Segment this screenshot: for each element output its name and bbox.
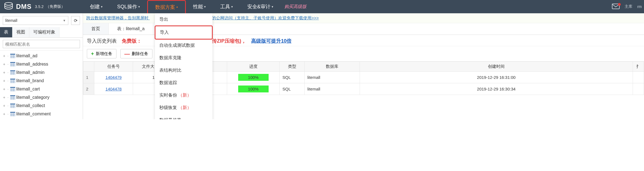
dropdown-item[interactable]: 表结构对比 xyxy=(155,64,212,77)
chevron-down-icon: ▾ xyxy=(204,5,206,9)
task-link[interactable]: 1404478 xyxy=(105,87,121,91)
dropdown-item[interactable]: 导出 xyxy=(155,13,212,26)
nav-performance[interactable]: 性能▾ xyxy=(186,0,213,13)
col-created[interactable]: 创建时间 xyxy=(360,62,633,72)
table-filter-input[interactable] xyxy=(3,40,80,48)
col-task-id[interactable]: 任务号 xyxy=(94,62,133,72)
nav-label: SQL操作 xyxy=(117,3,137,10)
db-stack-icon xyxy=(3,2,14,11)
svg-rect-39 xyxy=(10,103,15,105)
data-plan-dropdown: 导出导入自动生成测试数据数据库克隆表结构对比数据追踪实时备份（新）秒级恢复（新）… xyxy=(155,13,212,119)
cell-truncated xyxy=(633,72,644,83)
tree-connector-icon: ·· xyxy=(7,71,9,74)
col-progress[interactable]: 进度 xyxy=(227,62,280,72)
col-rownum xyxy=(83,62,94,72)
progress-badge: 100% xyxy=(238,74,269,81)
table-name: litemall_cart xyxy=(16,87,40,92)
notification-dot-icon xyxy=(618,3,621,6)
upgrade-link[interactable]: 高级版可提升10倍 xyxy=(251,38,292,44)
mail-icon[interactable] xyxy=(612,4,620,10)
dropdown-item[interactable]: 自动生成测试数据 xyxy=(155,39,212,52)
cell-type: SQL xyxy=(280,72,305,83)
expand-icon[interactable]: + xyxy=(2,112,6,116)
tree-table-item[interactable]: +··litemall_address xyxy=(0,60,83,68)
nav-security-audit[interactable]: 安全&审计▾ xyxy=(240,0,281,13)
expand-icon[interactable]: + xyxy=(2,104,6,108)
database-selected-value: litemall xyxy=(5,18,17,23)
delete-task-button[interactable]: — 删除任务 xyxy=(120,49,152,58)
table-icon xyxy=(10,87,15,91)
nav-create[interactable]: 创建▾ xyxy=(83,0,110,13)
tree-table-item[interactable]: +··litemall_ad xyxy=(0,52,83,60)
table-name: litemall_category xyxy=(16,95,50,100)
tab-home[interactable]: 首页 xyxy=(83,23,109,35)
task-link[interactable]: 1404479 xyxy=(105,75,121,80)
tree-table-item[interactable]: +··litemall_cart xyxy=(0,85,83,93)
nav-data-plan[interactable]: 数据方案▾ xyxy=(147,0,186,13)
nav-items: 创建▾ SQL操作▾ 数据方案▾ 性能▾ 工具▾ 安全&审计▾ 购买高级版 xyxy=(83,0,310,13)
nav-buy-label: 购买高级版 xyxy=(284,4,307,10)
tree-table-item[interactable]: +··litemall_admin xyxy=(0,68,83,77)
host-label: 主库 xyxy=(625,4,632,9)
dropdown-item-label: 实时备份 xyxy=(159,92,177,98)
table-icon xyxy=(10,103,15,108)
refresh-button[interactable]: ⟳ xyxy=(71,16,80,25)
svg-rect-27 xyxy=(10,87,15,88)
expand-icon[interactable]: + xyxy=(2,62,6,66)
dropdown-item[interactable]: 实时备份（新） xyxy=(155,89,212,102)
nav-buy-premium[interactable]: 购买高级版 xyxy=(281,0,310,13)
sidebar-tab-table[interactable]: 表 xyxy=(0,27,12,37)
cell-task-id: 1404479 xyxy=(94,72,133,83)
cell-truncated xyxy=(633,83,644,95)
section-title: 导入历史列表 xyxy=(87,38,117,44)
minus-icon: — xyxy=(124,51,130,56)
sidebar-tab-programmable[interactable]: 可编程对象 xyxy=(29,27,59,37)
expand-icon[interactable]: + xyxy=(2,87,6,91)
cell-database: litemall xyxy=(305,83,360,95)
table-icon xyxy=(10,112,15,116)
app-edition: （免费版） xyxy=(46,4,65,9)
nav-tools[interactable]: 工具▾ xyxy=(213,0,240,13)
nav-label: 数据方案 xyxy=(155,4,175,11)
tree-table-item[interactable]: +··litemall_brand xyxy=(0,77,83,85)
table-name: litemall_address xyxy=(16,62,48,67)
svg-rect-21 xyxy=(10,79,15,80)
expand-icon[interactable]: + xyxy=(2,79,6,83)
dropdown-item[interactable]: 秒级恢复（新） xyxy=(155,102,212,114)
dropdown-item[interactable]: 数据量趋势 xyxy=(155,114,212,119)
svg-rect-15 xyxy=(10,70,15,71)
tree-connector-icon: ·· xyxy=(7,54,9,58)
chevron-down-icon: ▾ xyxy=(101,5,103,9)
tree-table-item[interactable]: +··litemall_comment xyxy=(0,110,83,118)
tree-table-item[interactable]: +··litemall_category xyxy=(0,93,83,102)
expand-icon[interactable]: + xyxy=(2,54,6,58)
chevron-down-icon: ▾ xyxy=(272,5,273,9)
nav-sql-ops[interactable]: SQL操作▾ xyxy=(110,0,147,13)
expand-icon[interactable]: + xyxy=(2,71,6,74)
tab-table[interactable]: 表：litemall_a xyxy=(109,23,153,35)
dropdown-item[interactable]: 数据追踪 xyxy=(155,77,212,89)
table-icon xyxy=(10,79,15,83)
progress-badge: 100% xyxy=(238,86,269,92)
cell-type: SQL xyxy=(280,83,305,95)
tree-connector-icon: ·· xyxy=(7,95,9,99)
app-name: DMS xyxy=(16,3,32,11)
add-task-button[interactable]: + 新增任务 xyxy=(87,49,116,58)
tree-table-item[interactable]: +··litemall_collect xyxy=(0,102,83,110)
upload-hint: 上传ZIP压缩包)， xyxy=(207,38,246,44)
svg-rect-33 xyxy=(10,95,15,96)
banner-text-right: 源的公网访问（支持主、子账号使用）欢迎免费下载使用>>> xyxy=(208,15,319,20)
col-truncated[interactable]: 扌 xyxy=(633,62,644,72)
dropdown-item[interactable]: 数据库克隆 xyxy=(155,52,212,64)
section-free-label: 免费版： xyxy=(122,38,142,44)
dropdown-item-label: 数据库克隆 xyxy=(159,55,181,61)
sidebar-tab-view[interactable]: 视图 xyxy=(12,27,29,37)
col-type[interactable]: 类型 xyxy=(280,62,305,72)
database-select[interactable]: litemall ▼ xyxy=(3,16,68,25)
nav-label: 工具 xyxy=(220,3,230,10)
col-database[interactable]: 数据库 xyxy=(305,62,360,72)
expand-icon[interactable]: + xyxy=(2,95,6,99)
dropdown-item[interactable]: 导入 xyxy=(155,25,213,40)
chevron-up-icon: ▾ xyxy=(176,5,178,9)
cell-database: litemall xyxy=(305,72,360,83)
